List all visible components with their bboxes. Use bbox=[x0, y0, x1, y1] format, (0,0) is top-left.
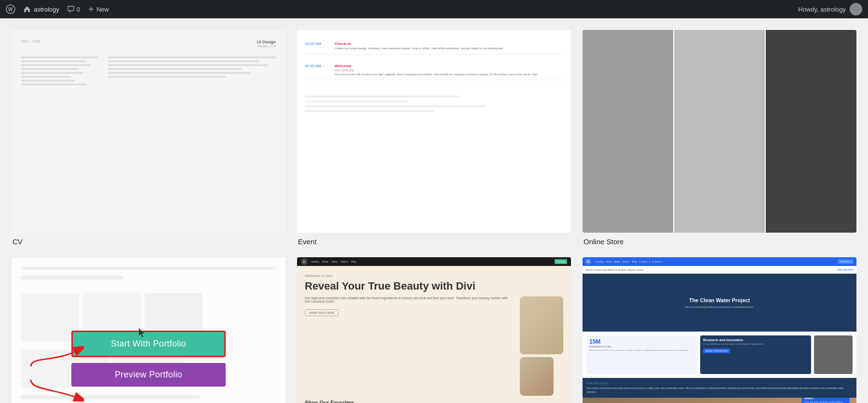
store-img-3 bbox=[766, 30, 856, 233]
comments-count: 0 bbox=[77, 6, 80, 13]
beauty-nav-blog: Blog bbox=[351, 260, 356, 263]
templates-grid: 2021 – 2026 UI Design Boston • CA bbox=[12, 30, 856, 403]
event-title-1: Check-In bbox=[335, 42, 503, 46]
svg-text:W: W bbox=[8, 7, 13, 12]
np-nav-items: Landing Home About Shop ▾ Blog Contact ♥… bbox=[595, 260, 663, 263]
cv-preview: 2021 – 2026 UI Design Boston • CA bbox=[12, 30, 285, 233]
np-hero-image: The Clean Water Project Join us in promo… bbox=[583, 274, 856, 332]
howdy-text: Howdy, astrology bbox=[798, 6, 846, 13]
beauty-donate-btn: Donate bbox=[555, 259, 567, 264]
admin-new-link[interactable]: New bbox=[88, 6, 109, 13]
np-stat-1: 15M $ Raised for the Sea We have reached… bbox=[586, 335, 697, 374]
cv-mock: 2021 – 2026 UI Design Boston • CA bbox=[12, 30, 285, 233]
np-donate-btn[interactable]: DONATE ♥ bbox=[838, 259, 854, 264]
portfolio-preview: Start With Portfolio Preview Portfolio bbox=[12, 257, 285, 403]
event-desc-1: Collect your event badge, schedule, and … bbox=[335, 47, 503, 50]
np-stat-2: Research and Innovation Our groundbreaki… bbox=[700, 335, 811, 374]
store-img-1 bbox=[583, 30, 673, 233]
template-card-beauty: D Landing Home About Shop ▾ Blog Donate … bbox=[297, 257, 571, 403]
event-desc-2: WITH JOHN DOE bbox=[335, 69, 538, 72]
site-name-label: astrology bbox=[34, 6, 59, 13]
portfolio-overlay: Start With Portfolio Preview Portfolio bbox=[12, 257, 285, 403]
event-time-2: 10:30 AM bbox=[305, 64, 329, 68]
cv-dates: 2021 – 2026 bbox=[21, 40, 40, 43]
home-icon bbox=[23, 5, 31, 13]
event-title-2: Welcome bbox=[335, 64, 538, 68]
np-stat-label-1: $ Raised for the Sea bbox=[589, 345, 694, 348]
non-profit-mock: D Landing Home About Shop ▾ Blog Contact… bbox=[583, 257, 856, 403]
admin-bar: W astrology 0 New Howdy, astrology bbox=[0, 0, 868, 18]
beauty-mock: D Landing Home About Shop ▾ Blog Donate … bbox=[297, 257, 571, 403]
event-label: Event bbox=[297, 237, 571, 246]
np-image bbox=[814, 335, 853, 374]
beauty-subtitle: Welcome to Divi bbox=[305, 274, 563, 278]
np-search-bar: Search Cinema Day World 10:30 8pm • Near… bbox=[583, 266, 856, 274]
np-donation-text: Your donation ensures every person gets … bbox=[804, 401, 847, 403]
plus-icon bbox=[88, 6, 95, 13]
beauty-nav-shop: Shop ▾ bbox=[340, 260, 348, 263]
template-card-non-profit: D Landing Home About Shop ▾ Blog Contact… bbox=[583, 257, 856, 403]
online-store-preview bbox=[583, 30, 856, 233]
start-with-portfolio-button[interactable]: Start With Portfolio bbox=[71, 331, 226, 357]
store-mock bbox=[583, 30, 856, 233]
beauty-section-title: Shop Our Favorites bbox=[305, 400, 563, 403]
event-desc-3: Our event hosts will introduce the day's… bbox=[335, 73, 538, 76]
avatar[interactable] bbox=[850, 3, 862, 15]
beauty-img-cream bbox=[520, 357, 554, 396]
np-stat-desc-1: We have reached 70% of the ocean floors … bbox=[589, 349, 694, 351]
template-card-portfolio: Start With Portfolio Preview Portfolio P… bbox=[12, 257, 285, 403]
np-donation-title: 100% of Donations Fund Clean and Safe Dr… bbox=[804, 398, 847, 400]
beauty-description: Our high-end cosmetics are created with … bbox=[305, 296, 514, 303]
red-arrow-icon bbox=[26, 342, 84, 371]
beauty-nav-about: About bbox=[331, 260, 338, 263]
wp-logo-icon[interactable]: W bbox=[6, 4, 15, 14]
new-label: New bbox=[96, 6, 109, 13]
beauty-hero-text: Reveal Your True Beauty with Divi bbox=[305, 280, 563, 292]
np-phone: (555) 555-5555 bbox=[837, 268, 854, 271]
template-card-online-store: Online Store bbox=[583, 30, 856, 246]
admin-bar-left: W astrology 0 New bbox=[6, 4, 790, 14]
cv-label: CV bbox=[12, 237, 285, 246]
event-mock: 10:00 AM Check-In Collect your event bad… bbox=[297, 30, 571, 233]
np-mission-section: OUR MISSION Our mission is to ensure tha… bbox=[583, 378, 856, 398]
admin-site-link[interactable]: astrology bbox=[23, 5, 59, 13]
np-mission-text: Our mission is to ensure that every pers… bbox=[586, 386, 853, 394]
np-mission-label: OUR MISSION bbox=[586, 382, 853, 385]
np-hero-title: The Clean Water Project bbox=[685, 297, 754, 304]
np-make-donation-btn[interactable]: MAKE A DONATION bbox=[703, 348, 730, 353]
beauty-preview-card: D Landing Home About Shop ▾ Blog Donate … bbox=[297, 257, 571, 403]
main-content: 2021 – 2026 UI Design Boston • CA bbox=[0, 18, 868, 403]
comment-icon bbox=[67, 5, 75, 13]
online-store-label: Online Store bbox=[583, 237, 856, 246]
beauty-nav-landing: Landing bbox=[311, 260, 319, 263]
template-card-event: 10:00 AM Check-In Collect your event bad… bbox=[297, 30, 571, 246]
red-arrow-2-icon bbox=[26, 375, 84, 403]
beauty-img-soap bbox=[520, 296, 563, 354]
non-profit-preview: D Landing Home About Shop ▾ Blog Contact… bbox=[583, 257, 856, 403]
admin-bar-right: Howdy, astrology bbox=[798, 3, 862, 15]
event-time-1: 10:00 AM bbox=[305, 42, 329, 46]
preview-portfolio-button[interactable]: Preview Portfolio bbox=[71, 363, 226, 387]
admin-comments-link[interactable]: 0 bbox=[67, 5, 80, 13]
np-stat-title-2: Research and Innovation bbox=[703, 338, 808, 342]
np-image-section: 100% of Donations Fund Clean and Safe Dr… bbox=[583, 398, 856, 403]
template-card-cv: 2021 – 2026 UI Design Boston • CA bbox=[12, 30, 285, 246]
np-hero-subtitle: Join us in promoting habitat ecosystems … bbox=[685, 306, 754, 308]
np-stats: 15M $ Raised for the Sea We have reached… bbox=[583, 332, 856, 378]
event-preview: 10:00 AM Check-In Collect your event bad… bbox=[297, 30, 571, 233]
cv-title: UI Design bbox=[257, 40, 276, 44]
np-top-bar: D Landing Home About Shop ▾ Blog Contact… bbox=[583, 257, 856, 266]
store-img-2 bbox=[674, 30, 765, 233]
beauty-shop-btn[interactable]: SHOP SALE HERE bbox=[305, 309, 339, 316]
np-search: Search Cinema Day World 10:30 8pm • Near… bbox=[585, 268, 834, 271]
np-stat-num-1: 15M bbox=[589, 338, 694, 345]
np-donation-card: 100% of Donations Fund Clean and Safe Dr… bbox=[801, 398, 850, 403]
cv-subtitle: Boston • CA bbox=[257, 44, 276, 48]
np-stat-desc-2: Our groundbreaking research impacts, tec… bbox=[703, 343, 808, 345]
beauty-nav-home: Home bbox=[322, 260, 328, 263]
